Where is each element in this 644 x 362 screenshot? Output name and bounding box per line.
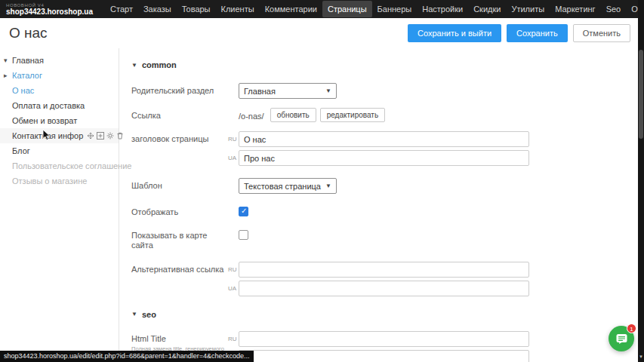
field-row-alt-link: Альтернативная ссылка RU UA	[131, 262, 638, 296]
sidebar-item-contacts[interactable]: Контактная инфор	[0, 128, 119, 143]
scroll-down-arrow-icon[interactable]: ▼	[638, 354, 644, 359]
pages-tree-sidebar: ▾ Главная ▸ Каталог О нас Оплата и доста…	[0, 48, 119, 362]
field-row-sitemap: Показывать в карте сайта	[131, 228, 638, 250]
save-button[interactable]: Сохранить	[507, 24, 568, 42]
update-link-button[interactable]: обновить	[270, 108, 316, 122]
field-row-link: Ссылка /o-nas/ обновить редактировать	[131, 108, 638, 122]
section-header-common[interactable]: ▼ common	[131, 60, 638, 69]
lang-tag-ru: RU	[228, 336, 239, 342]
field-label: Отображать	[131, 204, 228, 217]
logo-version: НОВОВНОЙ V4	[6, 3, 93, 8]
sidebar-item-reviews[interactable]: Отзывы о магазине	[0, 173, 119, 189]
menu-item-clients[interactable]: Клиенты	[216, 1, 260, 17]
menu-item-marketing[interactable]: Маркетинг	[550, 1, 600, 17]
html-title-ru-input[interactable]	[239, 331, 529, 347]
field-label: заголовок страницы	[131, 131, 228, 166]
sidebar-item-exchange-return[interactable]: Обмен и возврат	[0, 113, 119, 128]
field-label: Родительский раздел	[131, 83, 228, 99]
page-title: О нас	[0, 25, 48, 41]
logo-domain: shop34423.horoshop.ua	[6, 8, 93, 16]
menu-item-settings[interactable]: Настройки	[417, 1, 468, 17]
menu-item-products[interactable]: Товары	[177, 1, 216, 17]
chevron-down-icon[interactable]: ▾	[4, 57, 12, 64]
display-checkbox[interactable]	[239, 207, 248, 216]
parent-section-select[interactable]: Главная ▼	[239, 83, 337, 99]
vertical-scrollbar[interactable]: ▼	[638, 0, 644, 362]
sidebar-item-terms[interactable]: Пользовательское соглашение	[0, 158, 119, 173]
page-title-ru-input[interactable]	[239, 131, 529, 147]
logo[interactable]: НОВОВНОЙ V4 shop34423.horoshop.ua	[0, 3, 105, 16]
content-area: ▾ Главная ▸ Каталог О нас Оплата и доста…	[0, 48, 638, 362]
chevron-right-icon[interactable]: ▸	[4, 72, 12, 79]
admin-page: НОВОВНОЙ V4 shop34423.horoshop.ua Старт …	[0, 0, 644, 362]
menu-item-pages[interactable]: Страницы	[322, 1, 372, 17]
chevron-down-icon: ▼	[325, 183, 331, 189]
sitemap-checkbox[interactable]	[239, 230, 248, 240]
lang-tag-ua: UA	[228, 285, 239, 292]
add-page-icon[interactable]	[97, 132, 104, 140]
template-select[interactable]: Текстовая страница ▼	[239, 178, 337, 194]
page-title-ua-input[interactable]	[239, 150, 529, 166]
lang-tag-ru: RU	[228, 266, 239, 273]
chat-unread-badge: 1	[627, 324, 636, 333]
sidebar-item-payment-delivery[interactable]: Оплата и доставка	[0, 98, 119, 113]
link-value: /o-nas/	[239, 109, 264, 121]
menu-item-comments[interactable]: Комментарии	[260, 1, 322, 17]
chevron-down-icon: ▼	[325, 87, 331, 94]
save-and-exit-button[interactable]: Сохранить и выйти	[408, 24, 501, 42]
section-header-seo[interactable]: ▼ seo	[131, 310, 638, 319]
edit-link-button[interactable]: редактировать	[320, 108, 385, 122]
sidebar-item-home[interactable]: ▾ Главная	[0, 53, 119, 68]
field-row-display: Отображать	[131, 204, 638, 217]
cancel-button[interactable]: Отменить	[573, 24, 630, 42]
field-row-parent-section: Родительский раздел Главная ▼	[131, 83, 638, 99]
page-edit-form: ▼ common Родительский раздел Главная ▼ С…	[119, 48, 638, 362]
menu-item-start[interactable]: Старт	[105, 1, 138, 17]
lang-tag-ru: RU	[228, 136, 239, 143]
field-label: Альтернативная ссылка	[131, 262, 228, 296]
page-header: О нас Сохранить и выйти Сохранить Отмени…	[0, 18, 638, 48]
top-nav-bar: НОВОВНОЙ V4 shop34423.horoshop.ua Старт …	[0, 0, 644, 18]
move-icon[interactable]	[87, 132, 94, 140]
scrollbar-thumb[interactable]	[639, 50, 643, 139]
field-label: Шаблон	[131, 178, 228, 194]
lang-tag-ua: UA	[228, 155, 239, 161]
html-title-ua-input[interactable]	[239, 350, 529, 362]
menu-item-utilities[interactable]: Утилиты	[506, 1, 550, 17]
status-bar-url: shop34423.horoshop.ua/edit/edit.php?id=6…	[0, 351, 254, 362]
chevron-down-icon: ▼	[131, 311, 137, 318]
field-row-template: Шаблон Текстовая страница ▼	[131, 178, 638, 194]
field-row-page-title: заголовок страницы RU UA	[131, 131, 638, 166]
gear-icon[interactable]	[106, 132, 114, 140]
alt-link-ru-input[interactable]	[239, 262, 529, 278]
sidebar-item-catalog[interactable]: ▸ Каталог	[0, 68, 119, 83]
menu-item-banners[interactable]: Баннеры	[372, 1, 418, 17]
alt-link-ua-input[interactable]	[239, 281, 529, 296]
chevron-down-icon: ▼	[131, 62, 137, 69]
chat-widget-button[interactable]: 1	[609, 326, 634, 351]
sidebar-item-blog[interactable]: Блог	[0, 143, 119, 158]
menu-item-orders[interactable]: Заказы	[138, 1, 177, 17]
field-label: Ссылка	[131, 108, 228, 122]
chat-icon	[615, 333, 628, 345]
field-label: Показывать в карте сайта	[131, 228, 228, 250]
menu-item-seo[interactable]: Seo	[601, 1, 627, 17]
menu-item-discounts[interactable]: Скидки	[468, 1, 506, 17]
sidebar-item-about[interactable]: О нас	[0, 83, 119, 98]
